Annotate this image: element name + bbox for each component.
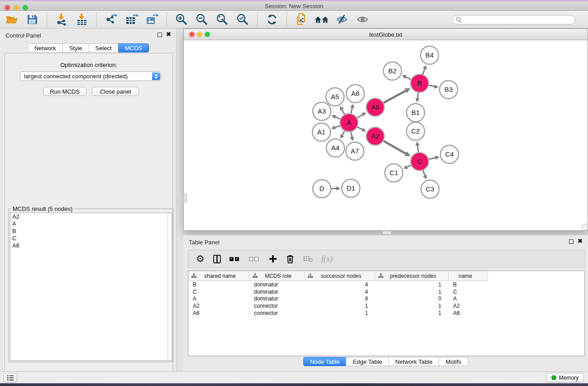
- minimize-window-light[interactable]: [14, 5, 19, 10]
- column-header-shared-name[interactable]: shared name: [188, 271, 249, 281]
- table-cell[interactable]: A6: [188, 310, 249, 316]
- result-list-item[interactable]: A2: [10, 213, 172, 220]
- table-cell[interactable]: dominator: [249, 281, 305, 288]
- table-cell[interactable]: B: [449, 281, 488, 288]
- table-cell[interactable]: 1: [375, 281, 449, 288]
- table-cell[interactable]: A2: [188, 303, 249, 309]
- tab-network-table[interactable]: Network Table: [388, 357, 439, 366]
- mcds-result-list[interactable]: A2ABCA6: [10, 213, 172, 361]
- graph-edge-A-A2[interactable]: [358, 127, 363, 130]
- table-cell[interactable]: connector: [249, 310, 305, 316]
- zoom-window-light[interactable]: [23, 5, 28, 10]
- tab-node-table[interactable]: Node Table: [303, 357, 347, 366]
- table-row[interactable]: Adominator80A: [188, 295, 584, 303]
- graph-edge-A-A4[interactable]: [342, 131, 344, 135]
- tab-edge-table[interactable]: Edge Table: [346, 357, 389, 366]
- refresh-icon[interactable]: [265, 12, 279, 27]
- splitter-handle[interactable]: [382, 231, 392, 234]
- table-cell[interactable]: dominator: [249, 295, 305, 302]
- result-list-item[interactable]: C: [10, 235, 172, 242]
- table-cell[interactable]: C: [188, 289, 249, 295]
- graph-edge-A-A8[interactable]: [351, 108, 352, 113]
- zoom-selected-icon[interactable]: [235, 12, 250, 27]
- search-field[interactable]: [452, 15, 575, 24]
- close-panel-button[interactable]: Close panel: [92, 87, 139, 96]
- show-all-icon[interactable]: [355, 12, 370, 27]
- table-cell[interactable]: C: [449, 289, 488, 295]
- table-cell[interactable]: A: [188, 295, 249, 302]
- zoom-in-icon[interactable]: [174, 12, 189, 27]
- column-header-MCDS-role[interactable]: MCDS role: [249, 271, 305, 281]
- table-cell[interactable]: A2: [449, 303, 488, 309]
- minimize-window-light[interactable]: [197, 32, 202, 37]
- graph-edge-A-A5[interactable]: [342, 110, 344, 114]
- float-panel-icon[interactable]: [569, 239, 574, 244]
- export-table-icon[interactable]: [124, 12, 139, 27]
- graph-edge-A2-C[interactable]: [383, 141, 406, 153]
- zoom-fit-icon[interactable]: [215, 12, 229, 27]
- hide-selected-icon[interactable]: [335, 12, 349, 27]
- open-session-icon[interactable]: [5, 12, 19, 27]
- table-cell[interactable]: connector: [249, 303, 305, 309]
- splitter-handle[interactable]: [183, 194, 187, 203]
- function-builder-icon[interactable]: f(x): [321, 253, 333, 265]
- table-cell[interactable]: 0: [375, 295, 449, 302]
- graph-edge-A-A3[interactable]: [335, 117, 340, 119]
- table-cell[interactable]: 1: [375, 289, 449, 295]
- tab-network[interactable]: Network: [28, 43, 63, 52]
- table-cell[interactable]: B: [188, 281, 249, 288]
- table-cell[interactable]: 8: [305, 295, 375, 302]
- graph-edge-A-A1[interactable]: [335, 126, 340, 128]
- graph-edge-C-C3[interactable]: [423, 171, 425, 176]
- graph-edge-B-B2[interactable]: [406, 77, 411, 79]
- network-canvas[interactable]: AA1A2A3A4A5A6A7A8BB1B2B3B4CC1C2C3C4DD1: [184, 40, 588, 230]
- tab-mcds[interactable]: MCDS: [118, 43, 149, 52]
- table-cell[interactable]: dominator: [249, 289, 305, 295]
- table-settings-icon[interactable]: ⚙: [196, 253, 205, 265]
- table-cell[interactable]: 4: [305, 281, 375, 288]
- table-cell[interactable]: 1: [305, 303, 375, 309]
- node-table[interactable]: shared nameMCDS rolesuccessor nodesprede…: [188, 271, 585, 356]
- graph-edge-B-B1[interactable]: [417, 93, 418, 99]
- graph-edge-C-C2[interactable]: [417, 146, 418, 152]
- table-row[interactable]: Cdominator41C: [188, 288, 584, 295]
- delete-table-icon[interactable]: [303, 253, 313, 265]
- table-cell[interactable]: 1: [375, 310, 449, 316]
- resize-grip-icon[interactable]: [581, 224, 588, 230]
- export-image-icon[interactable]: [145, 12, 159, 27]
- tab-motifs[interactable]: Motifs: [439, 357, 468, 366]
- zoom-out-icon[interactable]: [195, 12, 209, 27]
- float-panel-icon[interactable]: [158, 33, 162, 37]
- result-list-item[interactable]: A: [10, 220, 172, 228]
- result-list-item[interactable]: A6: [10, 242, 172, 249]
- graph-edge-B-B4[interactable]: [423, 69, 425, 74]
- close-panel-icon[interactable]: ✖: [578, 238, 583, 244]
- table-cell[interactable]: A: [449, 295, 488, 302]
- table-row[interactable]: A6connector11A6: [188, 310, 584, 317]
- graph-edge-B-B3[interactable]: [429, 85, 435, 86]
- show-column-icon[interactable]: [213, 253, 221, 265]
- column-header-successor-nodes[interactable]: successor nodes: [305, 271, 375, 281]
- save-session-icon[interactable]: [25, 12, 39, 27]
- close-window-light[interactable]: [5, 5, 10, 10]
- task-history-button[interactable]: [4, 373, 17, 382]
- select-all-icon[interactable]: [229, 253, 240, 265]
- deselect-all-icon[interactable]: [249, 253, 260, 265]
- first-neighbors-icon[interactable]: [315, 12, 329, 27]
- close-window-light[interactable]: [189, 32, 195, 37]
- result-scrollbar[interactable]: [167, 213, 172, 360]
- memory-button[interactable]: Memory: [546, 373, 584, 382]
- network-window-titlebar[interactable]: testGlobe.txt: [184, 29, 588, 40]
- graph-edge-C-C4[interactable]: [429, 158, 435, 160]
- import-network-icon[interactable]: [54, 12, 69, 27]
- table-row[interactable]: Bdominator41B: [188, 281, 584, 288]
- table-row[interactable]: A2connector11A2: [188, 302, 584, 310]
- column-header-predecessor-nodes[interactable]: predecessor nodes: [375, 271, 449, 281]
- zoom-window-light[interactable]: [205, 32, 210, 37]
- clone-network-icon[interactable]: [294, 12, 309, 27]
- optimization-select[interactable]: largest connected component (directed): [20, 71, 161, 81]
- export-network-icon[interactable]: [104, 12, 119, 27]
- delete-column-icon[interactable]: [286, 253, 294, 265]
- run-mcds-button[interactable]: Run MCDS: [43, 87, 86, 96]
- table-cell[interactable]: A6: [449, 310, 488, 316]
